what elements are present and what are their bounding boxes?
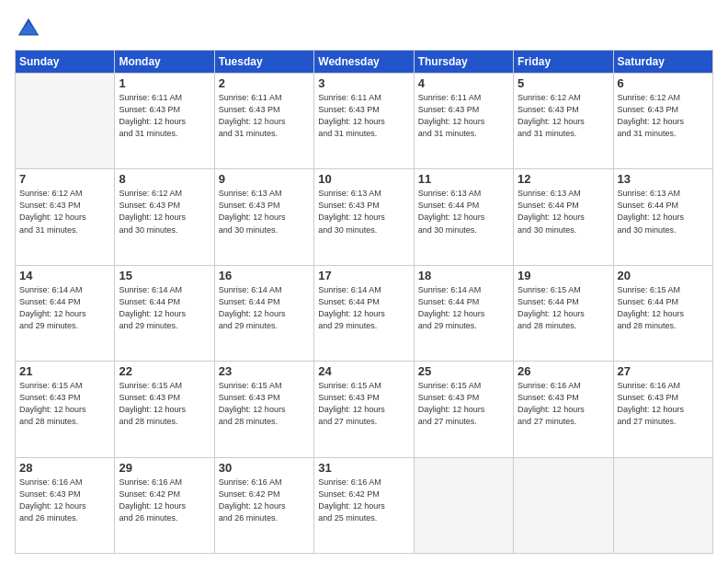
day-info: Sunrise: 6:15 AM Sunset: 6:43 PM Dayligh… [19,380,110,428]
calendar-week-1: 7Sunrise: 6:12 AM Sunset: 6:43 PM Daylig… [16,169,713,265]
day-number: 21 [19,364,110,378]
calendar-header-wednesday: Wednesday [314,51,414,74]
calendar-cell: 10Sunrise: 6:13 AM Sunset: 6:43 PM Dayli… [314,169,414,265]
calendar-cell: 21Sunrise: 6:15 AM Sunset: 6:43 PM Dayli… [16,362,115,457]
calendar-table: SundayMondayTuesdayWednesdayThursdayFrid… [15,50,713,554]
day-info: Sunrise: 6:14 AM Sunset: 6:44 PM Dayligh… [19,284,110,332]
day-info: Sunrise: 6:11 AM Sunset: 6:43 PM Dayligh… [418,92,509,140]
calendar-cell: 15Sunrise: 6:14 AM Sunset: 6:44 PM Dayli… [115,265,214,361]
calendar-cell: 2Sunrise: 6:11 AM Sunset: 6:43 PM Daylig… [214,74,313,169]
calendar-cell [613,457,712,553]
day-number: 25 [418,364,509,378]
calendar-week-3: 21Sunrise: 6:15 AM Sunset: 6:43 PM Dayli… [16,362,713,457]
calendar-cell: 22Sunrise: 6:15 AM Sunset: 6:43 PM Dayli… [115,362,214,457]
calendar-header-row: SundayMondayTuesdayWednesdayThursdayFrid… [16,51,713,74]
day-number: 17 [318,269,409,282]
calendar-cell: 3Sunrise: 6:11 AM Sunset: 6:43 PM Daylig… [314,74,414,169]
day-info: Sunrise: 6:13 AM Sunset: 6:43 PM Dayligh… [219,188,310,236]
header [15,15,713,42]
calendar-cell: 29Sunrise: 6:16 AM Sunset: 6:42 PM Dayli… [115,457,214,553]
calendar-cell: 24Sunrise: 6:15 AM Sunset: 6:43 PM Dayli… [314,362,414,457]
day-info: Sunrise: 6:13 AM Sunset: 6:44 PM Dayligh… [518,188,609,236]
calendar-cell: 14Sunrise: 6:14 AM Sunset: 6:44 PM Dayli… [16,265,115,361]
day-info: Sunrise: 6:16 AM Sunset: 6:43 PM Dayligh… [19,477,110,524]
calendar-cell: 13Sunrise: 6:13 AM Sunset: 6:44 PM Dayli… [613,169,712,265]
day-number: 23 [219,364,310,378]
calendar-cell: 25Sunrise: 6:15 AM Sunset: 6:43 PM Dayli… [414,362,513,457]
calendar-header-tuesday: Tuesday [214,51,313,74]
day-info: Sunrise: 6:11 AM Sunset: 6:43 PM Dayligh… [318,92,409,140]
calendar-cell: 7Sunrise: 6:12 AM Sunset: 6:43 PM Daylig… [16,169,115,265]
day-info: Sunrise: 6:14 AM Sunset: 6:44 PM Dayligh… [318,284,409,332]
calendar-header-thursday: Thursday [414,51,513,74]
day-info: Sunrise: 6:11 AM Sunset: 6:43 PM Dayligh… [119,92,210,140]
logo [15,15,46,42]
page: SundayMondayTuesdayWednesdayThursdayFrid… [0,0,728,563]
calendar-cell: 9Sunrise: 6:13 AM Sunset: 6:43 PM Daylig… [214,169,313,265]
day-number: 16 [219,269,310,282]
calendar-cell: 5Sunrise: 6:12 AM Sunset: 6:43 PM Daylig… [514,74,613,169]
day-number: 7 [19,172,110,186]
day-info: Sunrise: 6:15 AM Sunset: 6:44 PM Dayligh… [618,284,709,332]
calendar-cell: 1Sunrise: 6:11 AM Sunset: 6:43 PM Daylig… [115,74,214,169]
day-info: Sunrise: 6:14 AM Sunset: 6:44 PM Dayligh… [219,284,310,332]
calendar-cell: 27Sunrise: 6:16 AM Sunset: 6:43 PM Dayli… [613,362,712,457]
calendar-header-sunday: Sunday [16,51,115,74]
day-info: Sunrise: 6:16 AM Sunset: 6:42 PM Dayligh… [318,477,409,524]
day-info: Sunrise: 6:13 AM Sunset: 6:43 PM Dayligh… [318,188,409,236]
day-number: 20 [618,269,709,282]
calendar-cell: 23Sunrise: 6:15 AM Sunset: 6:43 PM Dayli… [214,362,313,457]
day-number: 8 [119,172,210,186]
calendar-cell: 11Sunrise: 6:13 AM Sunset: 6:44 PM Dayli… [414,169,513,265]
calendar-cell: 4Sunrise: 6:11 AM Sunset: 6:43 PM Daylig… [414,74,513,169]
day-number: 10 [318,172,409,186]
calendar-cell: 28Sunrise: 6:16 AM Sunset: 6:43 PM Dayli… [16,457,115,553]
day-info: Sunrise: 6:11 AM Sunset: 6:43 PM Dayligh… [219,92,310,140]
day-number: 11 [418,172,509,186]
calendar-cell: 30Sunrise: 6:16 AM Sunset: 6:42 PM Dayli… [214,457,313,553]
calendar-week-2: 14Sunrise: 6:14 AM Sunset: 6:44 PM Dayli… [16,265,713,361]
day-info: Sunrise: 6:16 AM Sunset: 6:42 PM Dayligh… [119,477,210,524]
calendar-cell: 31Sunrise: 6:16 AM Sunset: 6:42 PM Dayli… [314,457,414,553]
day-number: 1 [119,76,210,90]
calendar-cell: 20Sunrise: 6:15 AM Sunset: 6:44 PM Dayli… [613,265,712,361]
day-number: 26 [518,364,609,378]
day-info: Sunrise: 6:15 AM Sunset: 6:44 PM Dayligh… [518,284,609,332]
day-number: 5 [518,76,609,90]
calendar-cell: 26Sunrise: 6:16 AM Sunset: 6:43 PM Dayli… [514,362,613,457]
calendar-cell: 12Sunrise: 6:13 AM Sunset: 6:44 PM Dayli… [514,169,613,265]
day-number: 2 [219,76,310,90]
day-number: 19 [518,269,609,282]
day-info: Sunrise: 6:12 AM Sunset: 6:43 PM Dayligh… [119,188,210,236]
calendar-cell: 18Sunrise: 6:14 AM Sunset: 6:44 PM Dayli… [414,265,513,361]
calendar-cell: 6Sunrise: 6:12 AM Sunset: 6:43 PM Daylig… [613,74,712,169]
calendar-header-saturday: Saturday [613,51,712,74]
day-number: 18 [418,269,509,282]
day-number: 13 [618,172,709,186]
calendar-cell [514,457,613,553]
day-number: 28 [19,461,110,475]
calendar-cell: 17Sunrise: 6:14 AM Sunset: 6:44 PM Dayli… [314,265,414,361]
day-info: Sunrise: 6:13 AM Sunset: 6:44 PM Dayligh… [418,188,509,236]
day-number: 9 [219,172,310,186]
calendar-week-0: 1Sunrise: 6:11 AM Sunset: 6:43 PM Daylig… [16,74,713,169]
day-number: 22 [119,364,210,378]
calendar-header-monday: Monday [115,51,214,74]
day-info: Sunrise: 6:16 AM Sunset: 6:43 PM Dayligh… [518,380,609,428]
day-info: Sunrise: 6:15 AM Sunset: 6:43 PM Dayligh… [318,380,409,428]
calendar-week-4: 28Sunrise: 6:16 AM Sunset: 6:43 PM Dayli… [16,457,713,553]
day-number: 31 [318,461,409,475]
day-number: 12 [518,172,609,186]
day-info: Sunrise: 6:12 AM Sunset: 6:43 PM Dayligh… [19,188,110,236]
day-number: 15 [119,269,210,282]
day-number: 3 [318,76,409,90]
day-number: 27 [618,364,709,378]
day-info: Sunrise: 6:12 AM Sunset: 6:43 PM Dayligh… [518,92,609,140]
day-info: Sunrise: 6:12 AM Sunset: 6:43 PM Dayligh… [618,92,709,140]
day-number: 29 [119,461,210,475]
day-info: Sunrise: 6:15 AM Sunset: 6:43 PM Dayligh… [219,380,310,428]
day-info: Sunrise: 6:15 AM Sunset: 6:43 PM Dayligh… [418,380,509,428]
day-info: Sunrise: 6:16 AM Sunset: 6:42 PM Dayligh… [219,477,310,524]
day-info: Sunrise: 6:15 AM Sunset: 6:43 PM Dayligh… [119,380,210,428]
day-number: 24 [318,364,409,378]
